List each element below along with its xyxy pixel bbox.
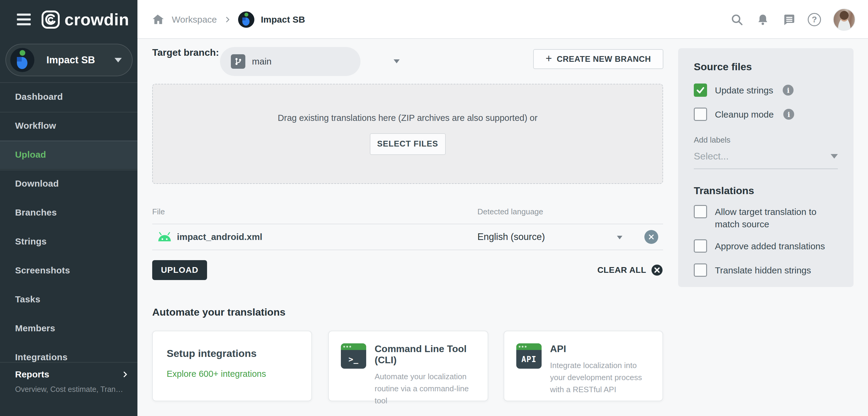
terminal-icon: >_ xyxy=(341,343,366,369)
breadcrumb: Workspace Impact SB xyxy=(151,0,305,39)
sidebar-item-dashboard[interactable]: Dashboard xyxy=(0,82,137,111)
checkbox-unchecked[interactable] xyxy=(694,205,707,218)
labels-select[interactable]: Select... xyxy=(694,151,838,169)
home-icon[interactable] xyxy=(151,13,165,27)
divider xyxy=(0,112,137,113)
sidebar-item-tasks[interactable]: Tasks xyxy=(0,285,137,314)
remove-file-button[interactable] xyxy=(644,230,658,244)
chevron-right-icon xyxy=(224,16,231,24)
divider xyxy=(0,82,137,83)
menu-icon[interactable] xyxy=(17,13,31,25)
dropzone-text: Drag existing translations here (ZIP arc… xyxy=(278,113,538,123)
card-description: Automate your localization routine via a… xyxy=(375,370,477,407)
option-approve-added[interactable]: Approve added translations xyxy=(694,239,838,252)
project-selector[interactable]: Impact SB xyxy=(5,44,133,76)
select-files-button[interactable]: SELECT FILES xyxy=(370,133,446,155)
brand-name: crowdin xyxy=(64,10,129,29)
automate-heading: Automate your translations xyxy=(152,306,285,318)
file-name: impact_android.xml xyxy=(177,232,262,242)
sidebar-item-branches[interactable]: Branches xyxy=(0,198,137,227)
notifications-bell-icon[interactable] xyxy=(756,13,770,27)
info-icon[interactable]: i xyxy=(783,85,794,95)
option-label: Translate hidden strings xyxy=(715,264,811,276)
uploaded-files-table: File Detected language impact_android.xm… xyxy=(152,202,663,250)
checkbox-unchecked[interactable] xyxy=(694,108,707,121)
divider xyxy=(0,170,137,170)
checkbox-unchecked[interactable] xyxy=(694,264,707,277)
select-placeholder: Select... xyxy=(694,151,729,162)
create-new-branch-button[interactable]: + CREATE NEW BRANCH xyxy=(533,49,663,69)
top-bar: crowdin Workspace Impact SB ? xyxy=(0,0,868,39)
help-icon[interactable]: ? xyxy=(808,13,821,26)
checkmark-icon xyxy=(696,86,705,95)
option-cleanup-mode[interactable]: Cleanup mode i xyxy=(694,108,838,121)
target-branch-label: Target branch: xyxy=(152,47,219,58)
translations-heading: Translations xyxy=(694,185,838,197)
column-detected-language: Detected language xyxy=(477,207,543,216)
option-label: Cleanup mode xyxy=(715,108,774,121)
crowdin-upload-page: crowdin Workspace Impact SB ? xyxy=(0,0,868,416)
checkbox-checked[interactable] xyxy=(694,84,707,97)
create-branch-label: CREATE NEW BRANCH xyxy=(557,55,651,64)
chevron-down-icon xyxy=(831,154,838,158)
sidebar: Impact SB Dashboard Workflow Upload Down… xyxy=(0,39,137,416)
upload-button[interactable]: UPLOAD xyxy=(152,260,207,280)
breadcrumb-project[interactable]: Impact SB xyxy=(261,14,305,25)
project-name: Impact SB xyxy=(46,44,95,76)
sidebar-item-screenshots[interactable]: Screenshots xyxy=(0,256,137,285)
messages-icon[interactable] xyxy=(782,13,796,27)
branch-select[interactable]: main xyxy=(220,47,361,76)
cli-card[interactable]: >_ Command Line Tool (CLI) Automate your… xyxy=(328,331,488,401)
search-icon[interactable] xyxy=(730,13,744,27)
sidebar-item-upload[interactable]: Upload xyxy=(0,140,137,169)
divider xyxy=(0,141,137,141)
reports-label: Reports xyxy=(15,369,49,380)
file-dropzone[interactable]: Drag existing translations here (ZIP arc… xyxy=(152,84,663,184)
option-label: Approve added translations xyxy=(715,239,825,252)
source-files-heading: Source files xyxy=(694,61,838,73)
plus-icon: + xyxy=(546,53,552,64)
chevron-right-icon xyxy=(121,370,129,378)
option-translate-hidden[interactable]: Translate hidden strings xyxy=(694,264,838,277)
option-allow-target-match[interactable]: Allow target translation to match source xyxy=(694,205,838,230)
top-bar-brand-area: crowdin xyxy=(0,0,137,39)
breadcrumb-workspace[interactable]: Workspace xyxy=(172,14,217,25)
android-file-icon xyxy=(157,232,172,242)
chevron-down-icon[interactable] xyxy=(617,236,622,239)
info-icon[interactable]: i xyxy=(783,109,794,120)
clear-all-x-icon xyxy=(651,264,663,276)
api-icon: API xyxy=(516,343,541,369)
table-row: impact_android.xml English (source) xyxy=(152,224,663,250)
chevron-down-icon xyxy=(115,58,122,62)
option-label: Allow target translation to match source xyxy=(715,205,838,230)
chevron-down-icon xyxy=(394,59,400,63)
crowdin-logo[interactable]: crowdin xyxy=(41,10,129,29)
detected-language-select[interactable]: English (source) xyxy=(477,232,545,242)
column-file: File xyxy=(152,207,165,216)
clear-all-button[interactable]: CLEAR ALL xyxy=(572,260,663,280)
card-title: Setup integrations xyxy=(167,348,298,359)
add-labels-label: Add labels xyxy=(694,135,838,145)
sidebar-item-strings[interactable]: Strings xyxy=(0,227,137,256)
project-logo xyxy=(238,11,254,28)
crowdin-logo-icon xyxy=(41,10,60,29)
branch-icon xyxy=(231,54,245,69)
clear-all-label: CLEAR ALL xyxy=(597,265,646,275)
sidebar-item-members[interactable]: Members xyxy=(0,314,137,343)
card-title: API xyxy=(550,343,652,355)
checkbox-unchecked[interactable] xyxy=(694,239,707,252)
card-description: Integrate localization into your develop… xyxy=(550,359,652,395)
option-label: Update strings xyxy=(715,84,773,96)
header-actions: ? xyxy=(730,0,855,39)
option-update-strings[interactable]: Update strings i xyxy=(694,84,838,97)
sidebar-item-workflow[interactable]: Workflow xyxy=(0,111,137,140)
api-card[interactable]: API API Integrate localization into your… xyxy=(504,331,663,401)
setup-integrations-card[interactable]: Setup integrations Explore 600+ integrat… xyxy=(152,331,312,401)
user-avatar[interactable] xyxy=(833,8,855,31)
sidebar-nav: Dashboard Workflow Upload Download Branc… xyxy=(0,82,137,372)
sidebar-item-reports[interactable]: Reports Overview, Cost estimate, Transl… xyxy=(0,364,137,394)
sidebar-item-download[interactable]: Download xyxy=(0,169,137,198)
explore-integrations-link[interactable]: Explore 600+ integrations xyxy=(167,369,298,379)
divider xyxy=(0,362,137,363)
upload-settings-panel: Source files Update strings i Cleanup mo… xyxy=(678,48,854,287)
